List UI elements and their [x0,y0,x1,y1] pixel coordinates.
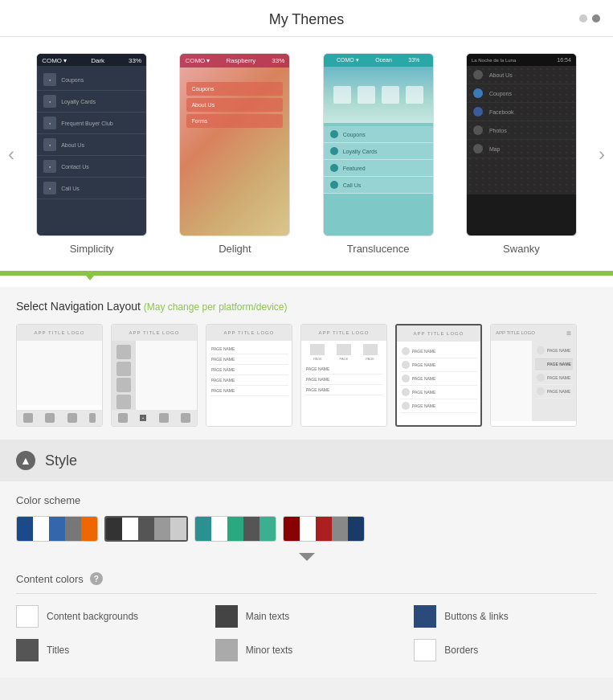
color-scheme-option-1[interactable] [16,516,98,542]
menu-item: ▪ Contact Us [37,156,146,178]
phone-ocean-header: COMO ▾ Ocean 33% [324,54,433,67]
content-colors-header: Content colors ? [16,572,597,594]
nav-footer-icon [45,413,55,423]
menu-item: About Us [467,66,576,84]
theme-swanky[interactable]: La Noche de la Luna 16:54 About Us Coupo… [466,53,577,255]
indicator-line [0,271,613,287]
theme-label-swanky: Swanky [503,243,540,255]
swatch [170,518,186,540]
menu-item: Facebook [467,103,576,121]
swatch [260,517,276,541]
color-item-minor-texts[interactable]: Minor texts [215,639,398,661]
themes-section: ‹ COMO ▾ Dark 33% ▪ Coupons ▪ Loyalty Ca… [0,37,613,271]
menu-item: ▪ Call Us [37,178,146,199]
menu-icon: ▪ [43,117,56,129]
menu-item: ▪ About Us [37,134,146,156]
style-section-title: Style [45,452,77,469]
color-item-main-texts[interactable]: Main texts [215,605,398,628]
themes-carousel: COMO ▾ Dark 33% ▪ Coupons ▪ Loyalty Card… [24,53,589,255]
color-box-minor-texts [215,639,238,661]
nav-footer-icon [89,413,96,423]
swatch [33,517,49,541]
swatch [316,517,332,541]
nav-layout-option-5[interactable]: APP TITLE LOGO PAGE NAME PAGE NAME PAGE … [395,324,482,427]
color-label-minor-texts: Minor texts [246,645,293,656]
page-title: My Themes [269,11,345,27]
nav-footer-icon [118,413,128,423]
swatch [106,518,122,540]
menu-item: Coupons [186,82,283,96]
phone-dark-header: COMO ▾ Dark 33% [37,54,146,66]
color-item-content-bg[interactable]: Content backgrounds [16,605,199,628]
menu-item: Coupons [467,84,576,103]
swatch [17,517,33,541]
nav-layout-section: Select Navigation Layout (May change per… [0,287,613,440]
style-section-header[interactable]: ▲ Style [0,440,613,481]
theme-image-delight: COMO ▾ Raspberry 33% Coupons About Us Fo… [179,53,290,236]
menu-item: Map [467,140,576,158]
color-box-buttons-links [414,605,436,628]
theme-delight[interactable]: COMO ▾ Raspberry 33% Coupons About Us Fo… [179,53,290,255]
phone-signal: COMO ▾ [42,57,67,64]
phone-raspberry-overlay: Coupons About Us Forms [180,76,289,137]
swatch [81,517,97,541]
phone-label: Raspberry [226,57,255,64]
theme-label-simplicity: Simplicity [70,243,114,255]
color-scheme-options [16,516,597,550]
swatch [49,517,65,541]
nav-layout-option-2[interactable]: APP TITLE LOGO ▪ [111,324,198,427]
swatch [284,517,300,541]
phone-ocean-bg [324,67,433,123]
nav-layout-option-3[interactable]: APP TITLE LOGO PAGE NAME PAGE NAME PAGE … [206,324,292,427]
menu-icon: ▪ [43,138,56,151]
theme-simplicity[interactable]: COMO ▾ Dark 33% ▪ Coupons ▪ Loyalty Card… [36,53,147,255]
menu-item: ▪ Loyalty Cards [37,91,146,113]
swatch [211,517,227,541]
scheme-indicator [16,550,597,561]
menu-item: Call Us [324,177,433,194]
color-scheme-option-2[interactable] [104,516,188,542]
menu-icon: ▪ [43,73,56,86]
nav-layout-option-4[interactable]: APP TITLE LOGO PAGE PAGE PAGE PAGE NAME … [300,324,387,427]
phone-dark-menu: ▪ Coupons ▪ Loyalty Cards ▪ Frequent Buy… [37,66,146,203]
carousel-arrow-right[interactable]: › [591,135,613,174]
swatch [195,517,211,541]
theme-label-translucence: Translucence [347,243,410,255]
swatch [122,518,138,540]
color-scheme-section: Color scheme [0,481,613,561]
theme-label-delight: Delight [219,243,251,255]
nav-layouts: APP TITLE LOGO APP TITLE LOGO [16,324,597,427]
color-scheme-option-4[interactable] [283,516,365,542]
theme-translucence[interactable]: COMO ▾ Ocean 33% Coupons [323,53,434,255]
color-box-titles [16,639,39,661]
nav-layout-option-1[interactable]: APP TITLE LOGO [16,324,103,427]
menu-item: ▪ Frequent Buyer Club [37,113,146,134]
dot-2 [592,14,600,23]
menu-icon: ▪ [43,182,56,194]
swatch [138,518,154,540]
content-colors-section: Content colors ? Content backgrounds Mai… [0,561,613,677]
color-scheme-label: Color scheme [16,494,597,506]
phone-swanky-body: About Us Coupons Facebook Photos [467,66,576,194]
swatch [154,518,170,540]
color-box-borders [414,639,436,661]
menu-icon: ▪ [43,160,56,173]
nav-layout-option-6[interactable]: APP TITLE LOGO ≡ PAGE NAME PAGE NAME [490,324,577,427]
color-scheme-option-3[interactable] [194,516,276,542]
color-label-main-texts: Main texts [246,611,290,622]
swatch [332,517,348,541]
content-colors-grid: Content backgrounds Main texts Buttons &… [16,605,597,661]
theme-image-swanky: La Noche de la Luna 16:54 About Us Coupo… [466,53,577,236]
help-icon[interactable]: ? [90,572,103,585]
swatch [227,517,243,541]
indicator-arrow [82,271,98,280]
nav-footer-icon [181,413,190,423]
swatch [348,517,364,541]
swatch [65,517,81,541]
color-item-borders[interactable]: Borders [414,639,597,661]
nav-footer-icon [23,413,33,423]
color-item-buttons-links[interactable]: Buttons & links [414,605,597,628]
phone-battery: 33% [272,57,284,64]
color-item-titles[interactable]: Titles [16,639,199,661]
carousel-arrow-left[interactable]: ‹ [0,135,22,174]
